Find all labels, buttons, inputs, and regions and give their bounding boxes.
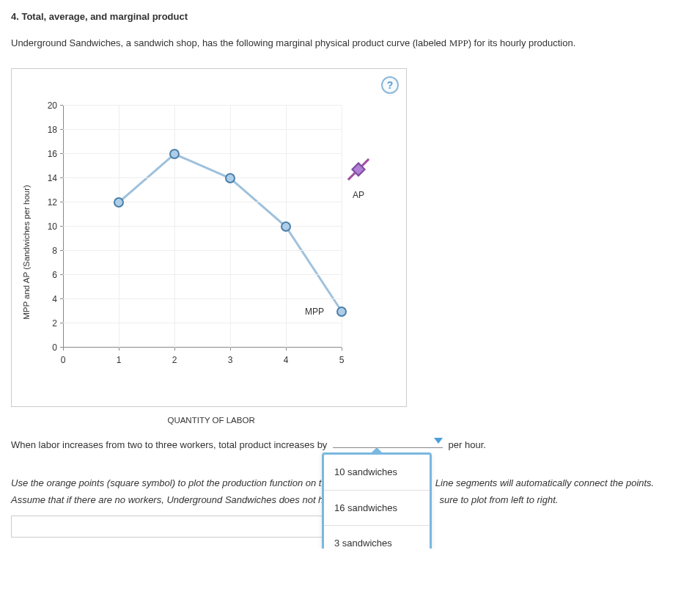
- data-point[interactable]: [225, 173, 235, 183]
- y-tick-label: 10: [48, 221, 57, 232]
- data-point[interactable]: [169, 149, 180, 159]
- legend-label: AP: [333, 190, 384, 200]
- y-tick-label: 0: [52, 342, 57, 353]
- y-tick-label: 16: [48, 149, 57, 159]
- diamond-icon: [351, 162, 366, 177]
- intro-part2: ) for its hourly production.: [468, 37, 576, 48]
- chart-panel: ? MPP and AP (Sandwiches per hour) MPP 0…: [11, 68, 407, 407]
- question-header: 4. Total, average, and marginal product: [11, 11, 670, 22]
- x-tick-label: 4: [284, 355, 289, 365]
- y-tick-label: 6: [52, 270, 57, 280]
- help-icon[interactable]: ?: [381, 76, 399, 94]
- dropdown-item[interactable]: 3 sandwiches: [324, 526, 430, 549]
- y-tick-label: 4: [52, 294, 57, 304]
- dropdown-menu[interactable]: 10 sandwiches16 sandwiches3 sandwiches12…: [322, 452, 432, 549]
- instruction-part3: sure to plot from left to right.: [440, 494, 559, 505]
- mpp-abbrev: MPP: [449, 37, 468, 48]
- x-tick-label: 2: [172, 355, 177, 365]
- question-part1: When labor increases from two to three w…: [11, 439, 327, 450]
- x-axis-label: QUANTITY OF LABOR: [167, 416, 254, 425]
- y-tick-label: 2: [52, 318, 57, 329]
- dropdown-item[interactable]: 16 sandwiches: [324, 491, 430, 526]
- y-tick-label: 12: [48, 197, 57, 208]
- question-part2: per hour.: [449, 439, 486, 450]
- y-tick-label: 18: [48, 125, 57, 135]
- y-tick-label: 20: [48, 100, 57, 111]
- line-series: [63, 106, 342, 348]
- y-axis-label: MPP and AP (Sandwiches per hour): [22, 185, 31, 320]
- dropdown-field[interactable]: 10 sandwiches16 sandwiches3 sandwiches12…: [333, 436, 443, 448]
- chart-inner: MPP and AP (Sandwiches per hour) MPP 024…: [41, 106, 399, 399]
- series-label: MPP: [305, 307, 324, 317]
- y-tick-label: 8: [52, 246, 57, 256]
- intro-part1: Underground Sandwiches, a sandwich shop,…: [11, 37, 449, 48]
- chevron-down-icon[interactable]: [434, 438, 443, 444]
- question-line: When labor increases from two to three w…: [11, 436, 670, 453]
- legend[interactable]: AP: [333, 164, 384, 200]
- x-tick-label: 1: [117, 355, 122, 365]
- data-point[interactable]: [114, 197, 124, 208]
- dropdown-item[interactable]: 10 sandwiches: [324, 455, 430, 490]
- x-tick-label: 5: [339, 355, 345, 365]
- data-point[interactable]: [281, 221, 291, 232]
- instruction-part1: Use the orange points (square symbol) to…: [11, 477, 327, 488]
- y-tick-label: 14: [48, 173, 57, 183]
- plot-area[interactable]: MPP 02468101214161820012345: [63, 106, 342, 348]
- x-tick-label: 0: [61, 355, 66, 365]
- intro-text: Underground Sandwiches, a sandwich shop,…: [11, 37, 670, 50]
- x-tick-label: 3: [228, 355, 233, 365]
- data-point[interactable]: [336, 307, 347, 317]
